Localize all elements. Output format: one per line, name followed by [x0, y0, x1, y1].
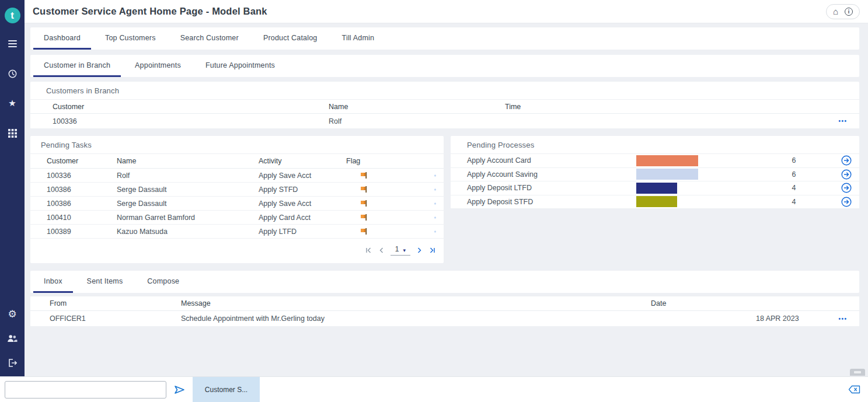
pending-process-row[interactable]: Apply Deposit LTFD 4	[451, 181, 859, 195]
settings-gear-icon[interactable]: ⚙	[6, 309, 18, 319]
customers-in-branch-header: CustomerNameTime	[30, 99, 859, 114]
dashboard-tab[interactable]: Customer in Branch	[33, 55, 121, 77]
favorites-star-icon[interactable]: ★	[6, 98, 18, 109]
dashboard-tab-label: Customer in Branch	[44, 61, 110, 69]
command-bar: Customer S...	[0, 376, 868, 402]
sidebar: t ★ ⚙	[0, 0, 25, 376]
pending-processes-rows: Apply Account Card 6	[451, 154, 859, 209]
task-customer-id: 100389	[30, 228, 100, 236]
open-process-arrow-button[interactable]	[811, 197, 859, 207]
last-page-icon[interactable]	[428, 247, 435, 254]
pending-tasks-panel: Pending Tasks CustomerNameActivityFlag 1…	[30, 136, 444, 263]
pending-section: Pending Tasks CustomerNameActivityFlag 1…	[30, 136, 859, 263]
row-menu-ellipsis-icon[interactable]: •••	[827, 316, 859, 322]
process-count: 4	[776, 198, 811, 206]
main-tab[interactable]: Search Customer	[170, 27, 249, 50]
process-label: Apply Deposit STFD	[451, 198, 636, 206]
task-customer-name: Rolf	[100, 172, 242, 180]
main-tab[interactable]: Till Admin	[332, 27, 385, 50]
pending-task-row[interactable]: 100389 Kazuo Matsuda Apply LTFD	[30, 225, 444, 239]
pending-process-row[interactable]: Apply Account Saving 6	[451, 168, 859, 182]
mail-tab[interactable]: Inbox	[33, 271, 73, 293]
open-task-arrow-button[interactable]	[418, 184, 444, 195]
pending-task-row[interactable]: 100410 Norman Garret Bamford Apply Card …	[30, 211, 444, 225]
customers-in-branch-panel: Customers in Branch CustomerNameTime 100…	[30, 82, 859, 129]
process-label: Apply Deposit LTFD	[451, 184, 636, 192]
open-process-arrow-button[interactable]	[811, 155, 859, 166]
users-icon[interactable]	[6, 333, 18, 344]
process-bar	[636, 155, 698, 166]
column-header: Date	[632, 299, 827, 307]
page-number-select[interactable]: 1 ▾	[391, 245, 410, 256]
main-tab[interactable]: Product Catalog	[253, 27, 328, 50]
flag-icon	[330, 172, 418, 179]
header-actions: ⌂ i	[826, 4, 860, 19]
inbox-panel: FromMessageDate OFFICER1 Schedule Appoin…	[30, 296, 859, 327]
process-bar-track	[636, 169, 698, 180]
process-count: 6	[776, 156, 811, 165]
mail-tab[interactable]: Sent Items	[76, 271, 134, 293]
info-icon[interactable]: i	[845, 8, 853, 16]
task-customer-id: 100386	[30, 200, 100, 208]
main-tab-label: Till Admin	[342, 34, 375, 42]
pending-task-row[interactable]: 100386 Serge Dassault Apply STFD	[30, 183, 444, 197]
command-input[interactable]	[5, 381, 166, 398]
home-icon[interactable]: ⌂	[833, 7, 838, 16]
dashboard-tab-label: Appointments	[135, 61, 181, 69]
backspace-icon[interactable]	[848, 385, 860, 394]
inbox-message-row[interactable]: OFFICER1 Schedule Appointment with Mr.Ge…	[30, 311, 859, 327]
sidebar-bottom-group: ⚙	[6, 309, 18, 376]
open-process-arrow-button[interactable]	[811, 183, 859, 193]
dashboard-tabbar: Customer in Branch Appointments Future A…	[30, 55, 859, 77]
customer-name: Rolf	[306, 117, 483, 125]
process-bar-track	[636, 155, 698, 166]
task-activity: Apply STFD	[242, 186, 330, 194]
task-customer-id: 100336	[30, 172, 100, 180]
mail-tab-label: Compose	[147, 277, 179, 285]
pending-tasks-header: CustomerNameActivityFlag	[30, 154, 444, 169]
open-task-arrow-button[interactable]	[418, 170, 444, 181]
next-page-icon[interactable]	[417, 247, 422, 254]
main-tab[interactable]: Dashboard	[33, 27, 91, 50]
history-icon[interactable]	[6, 68, 18, 79]
send-command-icon[interactable]	[174, 385, 185, 394]
page-title: Customer Service Agent Home Page - Model…	[33, 6, 267, 17]
open-window-tab[interactable]: Customer S...	[193, 377, 260, 402]
prev-page-icon[interactable]	[379, 247, 384, 254]
open-process-arrow-button[interactable]	[811, 169, 859, 180]
pending-process-row[interactable]: Apply Account Card 6	[451, 154, 859, 168]
main-tab[interactable]: Top Customers	[95, 27, 166, 50]
pending-process-row[interactable]: Apply Deposit STFD 4	[451, 195, 859, 209]
first-page-icon[interactable]	[365, 247, 372, 254]
command-line-collapse-handle[interactable]	[850, 369, 865, 376]
app-logo[interactable]: t	[5, 8, 20, 23]
column-header: From	[30, 299, 162, 307]
task-activity: Apply Card Acct	[242, 214, 330, 222]
task-customer-name: Kazuo Matsuda	[100, 228, 242, 236]
dashboard-tab[interactable]: Future Appointments	[195, 55, 285, 77]
task-customer-name: Norman Garret Bamford	[100, 214, 242, 222]
pending-task-row[interactable]: 100386 Serge Dassault Apply Save Acct	[30, 197, 444, 211]
mail-tab[interactable]: Compose	[137, 271, 190, 293]
process-bar	[636, 183, 677, 194]
open-task-arrow-button[interactable]	[418, 198, 444, 209]
pending-tasks-title: Pending Tasks	[30, 136, 444, 154]
column-header: Customer	[30, 103, 306, 111]
pending-task-row[interactable]: 100336 Rolf Apply Save Acct	[30, 169, 444, 183]
logout-icon[interactable]	[6, 358, 18, 368]
column-header: Activity	[242, 157, 330, 165]
row-menu-ellipsis-icon[interactable]: •••	[827, 118, 859, 124]
main-tab-label: Dashboard	[44, 34, 81, 42]
dashboard-tab[interactable]: Appointments	[124, 55, 191, 77]
message-text: Schedule Appointment with Mr.Gerling tod…	[162, 314, 632, 323]
apps-grid-icon[interactable]	[6, 128, 18, 138]
column-header: Time	[483, 103, 827, 111]
column-header: Message	[162, 299, 632, 307]
task-customer-name: Serge Dassault	[100, 200, 242, 208]
menu-hamburger-icon[interactable]	[6, 39, 18, 49]
mail-tab-label: Inbox	[44, 277, 62, 285]
task-customer-name: Serge Dassault	[100, 186, 242, 194]
open-task-arrow-button[interactable]	[418, 212, 444, 223]
customer-row[interactable]: 100336 Rolf •••	[30, 114, 859, 129]
open-task-arrow-button[interactable]	[418, 226, 444, 237]
